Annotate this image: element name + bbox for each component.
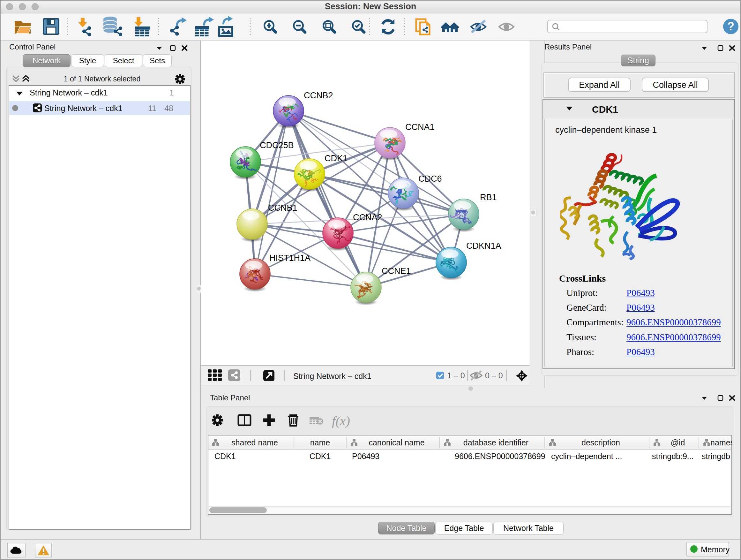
- svg-text:CCNB1: CCNB1: [268, 203, 297, 212]
- svg-text:CCNB2: CCNB2: [304, 91, 333, 100]
- svg-text:CDK1: CDK1: [214, 452, 236, 461]
- svg-text:RB1: RB1: [480, 192, 497, 202]
- svg-text:CDK1: CDK1: [325, 153, 347, 163]
- svg-text:name: name: [310, 438, 330, 447]
- svg-text:stringdb: stringdb: [702, 452, 730, 461]
- svg-text:1 – 0: 1 – 0: [447, 371, 465, 380]
- svg-text:canonical name: canonical name: [368, 438, 424, 447]
- svg-text:cyclin–dependent ...: cyclin–dependent ...: [551, 452, 622, 461]
- svg-text:description: description: [582, 438, 620, 447]
- svg-text:CDKN1A: CDKN1A: [466, 241, 501, 251]
- svg-text:CCNA1: CCNA1: [405, 122, 434, 132]
- svg-text:P06493: P06493: [352, 452, 380, 461]
- svg-text:CDC25B: CDC25B: [260, 140, 294, 150]
- svg-text:CCNA2: CCNA2: [353, 212, 382, 222]
- svg-text:namespace: namespace: [711, 438, 732, 447]
- svg-text:@id: @id: [671, 438, 685, 447]
- svg-text:HIST1H1A: HIST1H1A: [269, 253, 311, 263]
- svg-text:CDK1: CDK1: [310, 452, 331, 461]
- svg-text:0 – 0: 0 – 0: [485, 371, 503, 380]
- svg-text:?: ?: [727, 20, 734, 33]
- svg-text:database identifier: database identifier: [463, 438, 529, 447]
- svg-text:f(x): f(x): [332, 414, 350, 428]
- svg-text:shared name: shared name: [231, 438, 278, 447]
- svg-text:CCNE1: CCNE1: [382, 266, 411, 276]
- svg-text:stringdb:9...: stringdb:9...: [652, 452, 694, 461]
- svg-text:9606.ENSP00000378699: 9606.ENSP00000378699: [455, 452, 545, 461]
- svg-text:CDC6: CDC6: [418, 174, 442, 184]
